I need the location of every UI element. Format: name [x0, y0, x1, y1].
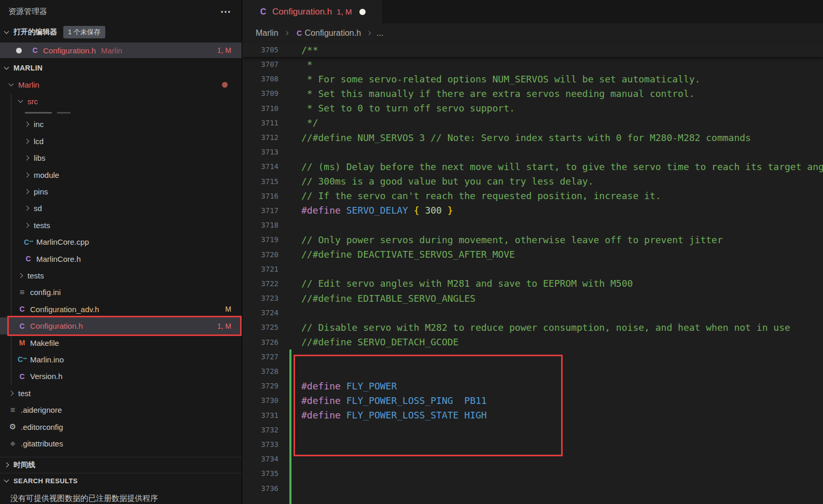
line-number[interactable]: 3710: [243, 104, 278, 113]
code-line[interactable]: 3728: [243, 364, 823, 379]
line-number[interactable]: 3709: [243, 89, 278, 97]
code-line[interactable]: 3724: [243, 305, 823, 320]
tree-item-Marlin[interactable]: Marlin: [0, 76, 242, 93]
tree-item-.editorconfig[interactable]: ⚙.editorconfig: [0, 418, 242, 435]
line-number[interactable]: 3729: [243, 382, 278, 390]
code-line[interactable]: 3712//#define NUM_SERVOS 3 // Note: Serv…: [243, 130, 823, 145]
code-line[interactable]: 3723//#define EDITABLE_SERVO_ANGLES: [243, 291, 823, 305]
tree-item-tests[interactable]: tests: [0, 217, 242, 233]
git-gutter-indicator: [289, 379, 291, 393]
line-number[interactable]: 3720: [243, 250, 278, 259]
code-line[interactable]: 3720//#define DEACTIVATE_SERVOS_AFTER_MO…: [243, 247, 823, 261]
open-editors-section-header[interactable]: 打开的编辑器 1 个未保存: [0, 25, 242, 39]
line-number[interactable]: 3733: [243, 440, 278, 449]
code-line[interactable]: 3725// Disable servo with M282 to reduce…: [243, 320, 823, 334]
tree-item-libs[interactable]: libs: [0, 150, 242, 166]
open-editor-item-configuration-h[interactable]: C Configuration.h Marlin 1, M: [0, 43, 242, 58]
line-number[interactable]: 3717: [243, 206, 278, 215]
timeline-section-header[interactable]: 时间线: [0, 457, 242, 473]
code-line[interactable]: 3735: [243, 466, 823, 481]
code-viewport[interactable]: 3707 *3708 * For some servo-related opti…: [243, 57, 823, 504]
code-line[interactable]: 3713: [243, 145, 823, 159]
code-line[interactable]: 3729#define FLY_POWER: [243, 379, 823, 393]
line-number[interactable]: 3724: [243, 309, 278, 317]
line-number[interactable]: 3716: [243, 192, 278, 200]
line-number[interactable]: 3705: [243, 46, 278, 54]
breadcrumb-item-file[interactable]: Configuration.h: [305, 29, 361, 38]
tree-item-lcd[interactable]: lcd: [0, 133, 242, 149]
tree-item-Makefile[interactable]: MMakefile: [0, 334, 242, 351]
tree-item-pins[interactable]: pins: [0, 183, 242, 200]
line-number[interactable]: 3712: [243, 133, 278, 142]
sticky-scroll-line[interactable]: 3705/**: [243, 43, 823, 57]
tree-item-test[interactable]: test: [0, 385, 242, 401]
code-line[interactable]: 3727: [243, 349, 823, 364]
code-line[interactable]: 3733: [243, 437, 823, 452]
code-line[interactable]: 3714// (ms) Delay before the next move w…: [243, 159, 823, 174]
line-number[interactable]: 3721: [243, 265, 278, 273]
tree-item-config.ini[interactable]: ≡config.ini: [0, 284, 242, 301]
tree-item-.gitattributes[interactable]: ◆.gitattributes: [0, 435, 242, 452]
code-line[interactable]: 3722// Edit servo angles with M281 and s…: [243, 276, 823, 291]
code-line[interactable]: 3711 */: [243, 116, 823, 130]
code-line[interactable]: 3726//#define SERVO_DETACH_GCODE: [243, 335, 823, 349]
git-file-icon: ◆: [8, 440, 17, 447]
tree-item-Configuration.h[interactable]: CConfiguration.h1, M: [0, 317, 242, 334]
unsaved-dot-icon[interactable]: [359, 9, 366, 15]
line-number[interactable]: 3726: [243, 338, 278, 346]
code-line[interactable]: 3715// 300ms is a good value but you can…: [243, 174, 823, 189]
line-number[interactable]: 3727: [243, 353, 278, 361]
code-line[interactable]: 3734: [243, 452, 823, 466]
line-number[interactable]: 3711: [243, 119, 278, 127]
workspace-section-header[interactable]: MARLIN: [0, 61, 242, 75]
tree-item-MarlinCore.h[interactable]: CMarlinCore.h: [0, 250, 242, 267]
line-number[interactable]: 3719: [243, 235, 278, 244]
line-number[interactable]: 3728: [243, 367, 278, 375]
code-line[interactable]: 3708 * For some servo-related options NU…: [243, 72, 823, 86]
search-results-message: 没有可提供视图数据的已注册数据提供程序: [0, 489, 242, 503]
tab-configuration-h[interactable]: C Configuration.h 1, M: [243, 0, 382, 23]
tree-item-src[interactable]: src: [0, 93, 242, 109]
line-number[interactable]: 3723: [243, 294, 278, 302]
tree-item-tests[interactable]: tests: [0, 267, 242, 284]
line-number[interactable]: 3718: [243, 221, 278, 229]
tree-item-sd[interactable]: sd: [0, 200, 242, 217]
line-number[interactable]: 3735: [243, 469, 278, 478]
search-results-section-header[interactable]: SEARCH RESULTS: [0, 473, 242, 489]
code-line[interactable]: 3731#define FLY_POWER_LOSS_STATE HIGH: [243, 408, 823, 423]
line-number[interactable]: 3732: [243, 426, 278, 434]
line-number[interactable]: 3715: [243, 177, 278, 186]
breadcrumb-item-folder[interactable]: Marlin: [256, 29, 278, 38]
tree-item-.aiderignore[interactable]: ≡.aiderignore: [0, 401, 242, 418]
line-number[interactable]: 3713: [243, 148, 278, 156]
code-line[interactable]: 3730#define FLY_POWER_LOSS_PING PB11: [243, 393, 823, 408]
line-number[interactable]: 3714: [243, 162, 278, 171]
line-number[interactable]: 3707: [243, 60, 278, 68]
code-line[interactable]: 3710 * Set to 0 to turn off servo suppor…: [243, 101, 823, 116]
code-line[interactable]: 3716// If the servo can't reach the requ…: [243, 189, 823, 203]
line-number[interactable]: 3734: [243, 455, 278, 463]
tree-item-Version.h[interactable]: CVersion.h: [0, 368, 242, 385]
tree-item-MarlinCore.cpp[interactable]: CMarlinCore.cpp: [0, 234, 242, 250]
code-line[interactable]: 3721: [243, 262, 823, 276]
code-line[interactable]: 3709 * Set this manually if there are ex…: [243, 86, 823, 101]
breadcrumb-item-symbol[interactable]: ...: [376, 29, 383, 38]
line-number[interactable]: 3736: [243, 484, 278, 493]
line-number[interactable]: 3725: [243, 323, 278, 331]
tree-item-Configuration_adv.h[interactable]: CConfiguration_adv.hM: [0, 301, 242, 317]
code-line[interactable]: 3718: [243, 218, 823, 232]
line-number[interactable]: 3722: [243, 279, 278, 288]
code-line[interactable]: 3707 *: [243, 57, 823, 72]
more-actions-icon[interactable]: ⋯: [220, 9, 231, 14]
line-number[interactable]: 3731: [243, 411, 278, 419]
line-number[interactable]: 3730: [243, 396, 278, 404]
tree-item-inc[interactable]: inc: [0, 116, 242, 133]
code-line[interactable]: 3736: [243, 481, 823, 495]
code-line[interactable]: 3732: [243, 423, 823, 437]
tree-item-module[interactable]: module: [0, 166, 242, 183]
code-line[interactable]: 3719// Only power servos during movement…: [243, 232, 823, 247]
tree-item-Marlin.ino[interactable]: CMarlin.ino: [0, 351, 242, 368]
code-line[interactable]: 3717#define SERVO_DELAY { 300 }: [243, 203, 823, 218]
line-number[interactable]: 3708: [243, 75, 278, 83]
code-line[interactable]: 3705/**: [243, 43, 823, 57]
